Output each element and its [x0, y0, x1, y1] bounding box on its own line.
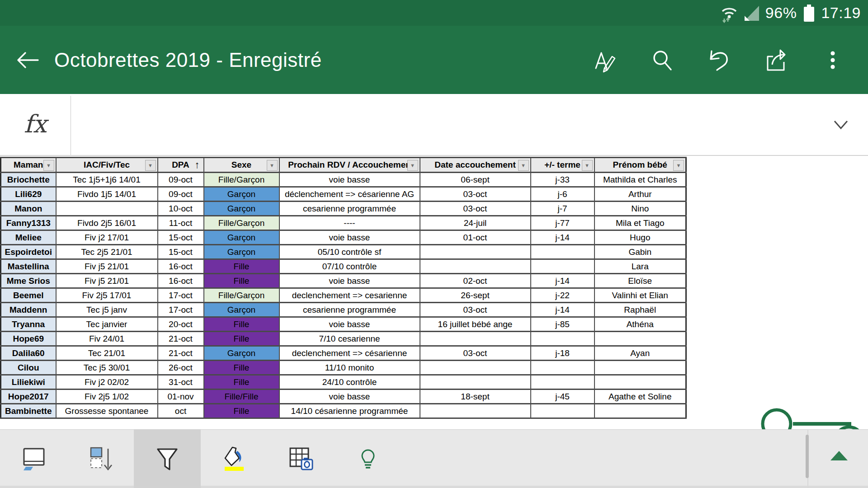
cell[interactable]: j-7 — [531, 202, 594, 216]
cell[interactable]: 18-sept — [420, 389, 531, 404]
cell[interactable]: Cilou — [1, 361, 56, 375]
cell[interactable]: Fille — [204, 361, 279, 375]
cell[interactable]: Bambinette — [1, 404, 56, 418]
cell[interactable]: Tec janvier — [56, 317, 158, 332]
keyboard-toggle-button[interactable] — [0, 430, 67, 488]
cell[interactable]: Fiv j5 21/01 — [56, 259, 158, 274]
cell[interactable]: Dalila60 — [1, 346, 56, 361]
cell[interactable] — [531, 332, 594, 346]
cell[interactable]: Fanny1313 — [1, 216, 56, 230]
cell[interactable]: j-85 — [531, 317, 594, 332]
cell[interactable]: cesarienne programmée — [279, 303, 420, 317]
cell[interactable]: Fille — [204, 317, 279, 332]
formula-input[interactable] — [71, 94, 817, 156]
cell[interactable] — [420, 245, 531, 259]
search-icon[interactable] — [649, 47, 675, 73]
cell[interactable]: Fille — [204, 404, 279, 418]
filter-dropdown-icon[interactable]: ▼ — [407, 160, 418, 171]
cell[interactable] — [420, 375, 531, 389]
cell[interactable]: 05/10 contrôle sf — [279, 245, 420, 259]
cell[interactable]: 01-oct — [420, 230, 531, 245]
cell[interactable]: declenchement => cesarienne — [279, 288, 420, 303]
cell[interactable]: 03-oct — [420, 346, 531, 361]
cell[interactable] — [531, 245, 594, 259]
cell[interactable]: Fivdo 1j5 14/01 — [56, 187, 158, 202]
column-header-prochain-rdv-accouchemen[interactable]: Prochain RDV / Accouchemen▼ — [279, 158, 420, 173]
cell[interactable]: Hope2017 — [1, 389, 56, 404]
cell[interactable]: 15-oct — [158, 245, 204, 259]
cell[interactable]: Fille — [204, 375, 279, 389]
cell[interactable]: Fille — [204, 332, 279, 346]
cell[interactable]: 09-oct — [158, 173, 204, 187]
undo-icon[interactable] — [706, 47, 731, 73]
cell[interactable] — [594, 332, 686, 346]
cell[interactable]: j-22 — [531, 288, 594, 303]
cell[interactable]: voie basse — [279, 230, 420, 245]
cell[interactable] — [420, 361, 531, 375]
cell[interactable]: 07/10 contrôle — [279, 259, 420, 274]
cell[interactable]: déclenchement => césarienne AG — [279, 187, 420, 202]
cell[interactable]: Fille — [204, 259, 279, 274]
cell[interactable]: Fiv 24/01 — [56, 332, 158, 346]
cell[interactable]: Briochette — [1, 173, 56, 187]
cell[interactable]: Nino — [594, 202, 686, 216]
cell[interactable]: Arthur — [594, 187, 686, 202]
cell[interactable]: 03-oct — [420, 303, 531, 317]
cell[interactable]: j-14 — [531, 303, 594, 317]
cell[interactable]: Tryanna — [1, 317, 56, 332]
cell[interactable] — [56, 202, 158, 216]
cell[interactable]: 31-oct — [158, 375, 204, 389]
cell[interactable]: Lili629 — [1, 187, 56, 202]
cell[interactable]: Grossesse spontanee — [56, 404, 158, 418]
ideas-button[interactable] — [335, 430, 401, 488]
cell[interactable]: 7/10 cesarienne — [279, 332, 420, 346]
cell[interactable] — [531, 404, 594, 418]
cell[interactable]: Liliekiwi — [1, 375, 56, 389]
cell[interactable]: Garçon — [204, 245, 279, 259]
cell[interactable]: 26-oct — [158, 361, 204, 375]
cell[interactable]: voie basse — [279, 317, 420, 332]
column-header-pr-nom-b-b-[interactable]: Prénom bébé▼ — [594, 158, 686, 173]
column-header-iac-fiv-tec[interactable]: IAC/Fiv/Tec▼ — [56, 158, 158, 173]
cell[interactable]: Mathilda et Charles — [594, 173, 686, 187]
cell[interactable]: 24-juil — [420, 216, 531, 230]
cell[interactable]: j-14 — [531, 274, 594, 288]
cell[interactable]: 20-oct — [158, 317, 204, 332]
cell[interactable]: Hope69 — [1, 332, 56, 346]
back-icon[interactable] — [14, 47, 41, 73]
cell[interactable]: 16-oct — [158, 259, 204, 274]
filter-dropdown-icon[interactable]: ▼ — [145, 160, 156, 171]
cell[interactable]: 17-oct — [158, 303, 204, 317]
cell[interactable]: Garçon — [204, 303, 279, 317]
column-header--terme[interactable]: +/- terme▼ — [531, 158, 594, 173]
cell[interactable]: Fille/Fille — [204, 389, 279, 404]
cell[interactable]: Eloïse — [594, 274, 686, 288]
sort-ascending-icon[interactable]: ↑ — [195, 159, 200, 171]
cell[interactable]: oct — [158, 404, 204, 418]
cell[interactable]: 02-oct — [420, 274, 531, 288]
column-header-date-accouchement[interactable]: Date accouchement▼ — [420, 158, 531, 173]
cell[interactable]: Meliee — [1, 230, 56, 245]
cell[interactable]: j-14 — [531, 230, 594, 245]
cell[interactable]: 01-nov — [158, 389, 204, 404]
column-header-maman[interactable]: Maman▼ — [1, 158, 56, 173]
cell[interactable]: Fiv 2j5 1/02 — [56, 389, 158, 404]
cell[interactable] — [594, 404, 686, 418]
cell[interactable]: 03-oct — [420, 202, 531, 216]
formula-bar-expand-icon[interactable] — [832, 117, 850, 132]
cell[interactable]: 16 juillet bébé ange — [420, 317, 531, 332]
cell[interactable]: Tec 2j5 21/01 — [56, 245, 158, 259]
fill-down-button[interactable] — [67, 430, 134, 488]
cell[interactable]: ---- — [279, 216, 420, 230]
cell[interactable]: Maddenn — [1, 303, 56, 317]
cell[interactable]: Valinhi et Elian — [594, 288, 686, 303]
toolbar-scrollbar[interactable] — [806, 435, 809, 478]
cell[interactable]: Mme Srios — [1, 274, 56, 288]
fill-color-button[interactable] — [201, 430, 268, 488]
cell[interactable]: Tec 21/01 — [56, 346, 158, 361]
cell[interactable]: voie basse — [279, 274, 420, 288]
cell[interactable]: 21-oct — [158, 346, 204, 361]
cell[interactable]: Beemel — [1, 288, 56, 303]
up-triangle-icon[interactable] — [830, 451, 848, 460]
cell[interactable]: Fiv j2 02/02 — [56, 375, 158, 389]
